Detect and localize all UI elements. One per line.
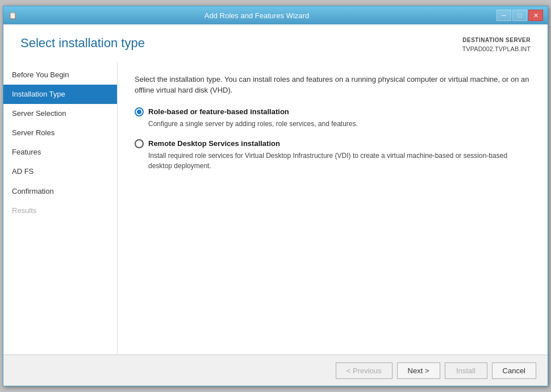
sidebar-item-adfs[interactable]: AD FS [3, 162, 117, 181]
sidebar-item-server-selection[interactable]: Server Selection [3, 104, 117, 123]
install-button[interactable]: Install [445, 362, 487, 379]
main-content: Select the installation type. You can in… [118, 62, 548, 355]
titlebar: 📋 Add Roles and Features Wizard ─ □ ✕ [3, 6, 548, 24]
option-role-based[interactable]: Role-based or feature-based installation… [135, 107, 531, 129]
cancel-button[interactable]: Cancel [492, 362, 536, 379]
option-remote-desktop-title: Remote Desktop Services installation [148, 139, 280, 148]
destination-info: DESTINATION SERVER TVPAD002.TVPLAB.INT [462, 36, 531, 54]
close-button[interactable]: ✕ [528, 10, 543, 21]
option-remote-desktop[interactable]: Remote Desktop Services installation Ins… [135, 139, 531, 171]
footer: < Previous Next > Install Cancel [3, 355, 548, 386]
option-role-based-desc: Configure a single server by adding role… [148, 119, 531, 129]
option-role-based-row[interactable]: Role-based or feature-based installation [135, 107, 531, 116]
page-header: Select installation type DESTINATION SER… [3, 24, 548, 62]
option-remote-desktop-desc: Install required role services for Virtu… [148, 151, 531, 171]
option-remote-desktop-row[interactable]: Remote Desktop Services installation [135, 139, 531, 148]
sidebar-item-results: Results [3, 201, 117, 220]
full-window: Select installation type DESTINATION SER… [3, 24, 548, 386]
sidebar-item-confirmation[interactable]: Confirmation [3, 182, 117, 201]
radio-role-based[interactable] [135, 107, 144, 116]
sidebar-item-server-roles[interactable]: Server Roles [3, 123, 117, 143]
option-role-based-title: Role-based or feature-based installation [148, 107, 289, 116]
radio-remote-desktop[interactable] [135, 139, 144, 148]
wizard-window: 📋 Add Roles and Features Wizard ─ □ ✕ Se… [3, 6, 548, 386]
window-controls: ─ □ ✕ [496, 10, 543, 21]
next-button[interactable]: Next > [397, 362, 440, 379]
sidebar-item-features[interactable]: Features [3, 143, 117, 162]
sidebar-item-before-you-begin[interactable]: Before You Begin [3, 65, 117, 85]
main-layout: Before You Begin Installation Type Serve… [3, 62, 548, 355]
window-icon: 📋 [8, 11, 17, 20]
destination-value: TVPAD002.TVPLAB.INT [462, 44, 531, 54]
page-title: Select installation type [20, 36, 145, 51]
description-text: Select the installation type. You can in… [135, 74, 531, 96]
restore-button[interactable]: □ [512, 10, 527, 21]
minimize-button[interactable]: ─ [496, 10, 511, 21]
previous-button[interactable]: < Previous [336, 362, 393, 379]
sidebar: Before You Begin Installation Type Serve… [3, 62, 117, 355]
destination-label: DESTINATION SERVER [462, 36, 531, 44]
sidebar-item-installation-type[interactable]: Installation Type [3, 85, 117, 104]
window-title: Add Roles and Features Wizard [17, 11, 496, 20]
